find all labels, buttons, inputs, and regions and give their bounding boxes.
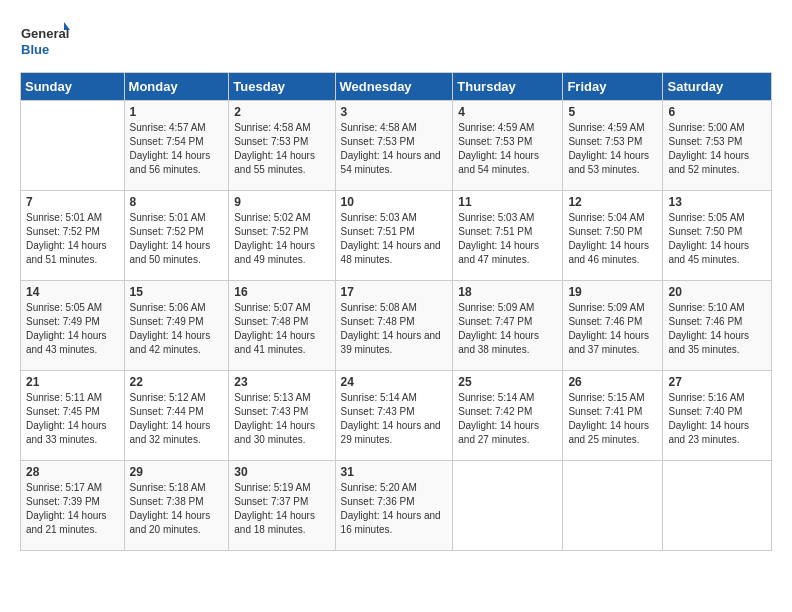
day-info: Sunrise: 5:05 AM Sunset: 7:50 PM Dayligh… [668, 211, 766, 267]
calendar-cell: 15 Sunrise: 5:06 AM Sunset: 7:49 PM Dayl… [124, 281, 229, 371]
sunrise-text: Sunrise: 5:17 AM [26, 482, 102, 493]
sunrise-text: Sunrise: 5:05 AM [26, 302, 102, 313]
sunrise-text: Sunrise: 5:14 AM [458, 392, 534, 403]
day-info: Sunrise: 5:06 AM Sunset: 7:49 PM Dayligh… [130, 301, 224, 357]
sunrise-text: Sunrise: 5:10 AM [668, 302, 744, 313]
day-number: 13 [668, 195, 766, 209]
calendar-cell: 12 Sunrise: 5:04 AM Sunset: 7:50 PM Dayl… [563, 191, 663, 281]
calendar-cell: 6 Sunrise: 5:00 AM Sunset: 7:53 PM Dayli… [663, 101, 772, 191]
daylight-text: Daylight: 14 hours and 38 minutes. [458, 330, 539, 355]
calendar-cell: 31 Sunrise: 5:20 AM Sunset: 7:36 PM Dayl… [335, 461, 453, 551]
calendar-cell [453, 461, 563, 551]
sunrise-text: Sunrise: 5:13 AM [234, 392, 310, 403]
header-sunday: Sunday [21, 73, 125, 101]
sunset-text: Sunset: 7:45 PM [26, 406, 100, 417]
sunrise-text: Sunrise: 5:07 AM [234, 302, 310, 313]
day-number: 25 [458, 375, 557, 389]
week-row-4: 21 Sunrise: 5:11 AM Sunset: 7:45 PM Dayl… [21, 371, 772, 461]
day-number: 8 [130, 195, 224, 209]
calendar-cell: 20 Sunrise: 5:10 AM Sunset: 7:46 PM Dayl… [663, 281, 772, 371]
sunset-text: Sunset: 7:53 PM [341, 136, 415, 147]
header-wednesday: Wednesday [335, 73, 453, 101]
sunset-text: Sunset: 7:53 PM [568, 136, 642, 147]
calendar-cell [563, 461, 663, 551]
sunrise-text: Sunrise: 5:00 AM [668, 122, 744, 133]
day-number: 5 [568, 105, 657, 119]
week-row-1: 1 Sunrise: 4:57 AM Sunset: 7:54 PM Dayli… [21, 101, 772, 191]
sunset-text: Sunset: 7:54 PM [130, 136, 204, 147]
day-number: 11 [458, 195, 557, 209]
day-info: Sunrise: 5:10 AM Sunset: 7:46 PM Dayligh… [668, 301, 766, 357]
sunset-text: Sunset: 7:48 PM [234, 316, 308, 327]
sunrise-text: Sunrise: 5:19 AM [234, 482, 310, 493]
day-info: Sunrise: 4:59 AM Sunset: 7:53 PM Dayligh… [568, 121, 657, 177]
sunset-text: Sunset: 7:51 PM [458, 226, 532, 237]
svg-text:Blue: Blue [21, 42, 49, 57]
week-row-5: 28 Sunrise: 5:17 AM Sunset: 7:39 PM Dayl… [21, 461, 772, 551]
header-thursday: Thursday [453, 73, 563, 101]
sunrise-text: Sunrise: 4:58 AM [234, 122, 310, 133]
calendar-cell [21, 101, 125, 191]
calendar-cell: 18 Sunrise: 5:09 AM Sunset: 7:47 PM Dayl… [453, 281, 563, 371]
day-number: 28 [26, 465, 119, 479]
day-info: Sunrise: 5:13 AM Sunset: 7:43 PM Dayligh… [234, 391, 329, 447]
day-info: Sunrise: 4:59 AM Sunset: 7:53 PM Dayligh… [458, 121, 557, 177]
sunset-text: Sunset: 7:43 PM [234, 406, 308, 417]
sunset-text: Sunset: 7:50 PM [668, 226, 742, 237]
calendar-table: SundayMondayTuesdayWednesdayThursdayFrid… [20, 72, 772, 551]
day-number: 17 [341, 285, 448, 299]
day-info: Sunrise: 5:05 AM Sunset: 7:49 PM Dayligh… [26, 301, 119, 357]
sunrise-text: Sunrise: 5:20 AM [341, 482, 417, 493]
day-number: 14 [26, 285, 119, 299]
daylight-text: Daylight: 14 hours and 52 minutes. [668, 150, 749, 175]
calendar-cell: 2 Sunrise: 4:58 AM Sunset: 7:53 PM Dayli… [229, 101, 335, 191]
sunrise-text: Sunrise: 5:03 AM [341, 212, 417, 223]
sunset-text: Sunset: 7:37 PM [234, 496, 308, 507]
daylight-text: Daylight: 14 hours and 51 minutes. [26, 240, 107, 265]
daylight-text: Daylight: 14 hours and 55 minutes. [234, 150, 315, 175]
day-info: Sunrise: 5:00 AM Sunset: 7:53 PM Dayligh… [668, 121, 766, 177]
day-number: 12 [568, 195, 657, 209]
calendar-cell: 16 Sunrise: 5:07 AM Sunset: 7:48 PM Dayl… [229, 281, 335, 371]
sunrise-text: Sunrise: 5:12 AM [130, 392, 206, 403]
calendar-cell: 5 Sunrise: 4:59 AM Sunset: 7:53 PM Dayli… [563, 101, 663, 191]
day-info: Sunrise: 5:08 AM Sunset: 7:48 PM Dayligh… [341, 301, 448, 357]
daylight-text: Daylight: 14 hours and 27 minutes. [458, 420, 539, 445]
daylight-text: Daylight: 14 hours and 43 minutes. [26, 330, 107, 355]
header-tuesday: Tuesday [229, 73, 335, 101]
sunrise-text: Sunrise: 5:05 AM [668, 212, 744, 223]
day-number: 2 [234, 105, 329, 119]
daylight-text: Daylight: 14 hours and 33 minutes. [26, 420, 107, 445]
sunset-text: Sunset: 7:41 PM [568, 406, 642, 417]
daylight-text: Daylight: 14 hours and 32 minutes. [130, 420, 211, 445]
day-info: Sunrise: 4:57 AM Sunset: 7:54 PM Dayligh… [130, 121, 224, 177]
daylight-text: Daylight: 14 hours and 30 minutes. [234, 420, 315, 445]
calendar-cell: 25 Sunrise: 5:14 AM Sunset: 7:42 PM Dayl… [453, 371, 563, 461]
day-info: Sunrise: 5:07 AM Sunset: 7:48 PM Dayligh… [234, 301, 329, 357]
day-info: Sunrise: 5:19 AM Sunset: 7:37 PM Dayligh… [234, 481, 329, 537]
calendar-cell: 17 Sunrise: 5:08 AM Sunset: 7:48 PM Dayl… [335, 281, 453, 371]
day-number: 4 [458, 105, 557, 119]
sunrise-text: Sunrise: 5:15 AM [568, 392, 644, 403]
day-number: 1 [130, 105, 224, 119]
day-number: 19 [568, 285, 657, 299]
calendar-cell: 27 Sunrise: 5:16 AM Sunset: 7:40 PM Dayl… [663, 371, 772, 461]
calendar-cell: 4 Sunrise: 4:59 AM Sunset: 7:53 PM Dayli… [453, 101, 563, 191]
daylight-text: Daylight: 14 hours and 54 minutes. [458, 150, 539, 175]
sunrise-text: Sunrise: 5:06 AM [130, 302, 206, 313]
day-info: Sunrise: 5:03 AM Sunset: 7:51 PM Dayligh… [458, 211, 557, 267]
day-info: Sunrise: 4:58 AM Sunset: 7:53 PM Dayligh… [234, 121, 329, 177]
sunrise-text: Sunrise: 5:08 AM [341, 302, 417, 313]
day-info: Sunrise: 5:11 AM Sunset: 7:45 PM Dayligh… [26, 391, 119, 447]
day-number: 27 [668, 375, 766, 389]
calendar-cell: 28 Sunrise: 5:17 AM Sunset: 7:39 PM Dayl… [21, 461, 125, 551]
day-number: 16 [234, 285, 329, 299]
day-info: Sunrise: 5:03 AM Sunset: 7:51 PM Dayligh… [341, 211, 448, 267]
week-row-3: 14 Sunrise: 5:05 AM Sunset: 7:49 PM Dayl… [21, 281, 772, 371]
sunset-text: Sunset: 7:43 PM [341, 406, 415, 417]
day-info: Sunrise: 5:02 AM Sunset: 7:52 PM Dayligh… [234, 211, 329, 267]
sunset-text: Sunset: 7:49 PM [26, 316, 100, 327]
day-info: Sunrise: 5:17 AM Sunset: 7:39 PM Dayligh… [26, 481, 119, 537]
sunrise-text: Sunrise: 4:57 AM [130, 122, 206, 133]
page-header: General Blue [20, 20, 772, 62]
